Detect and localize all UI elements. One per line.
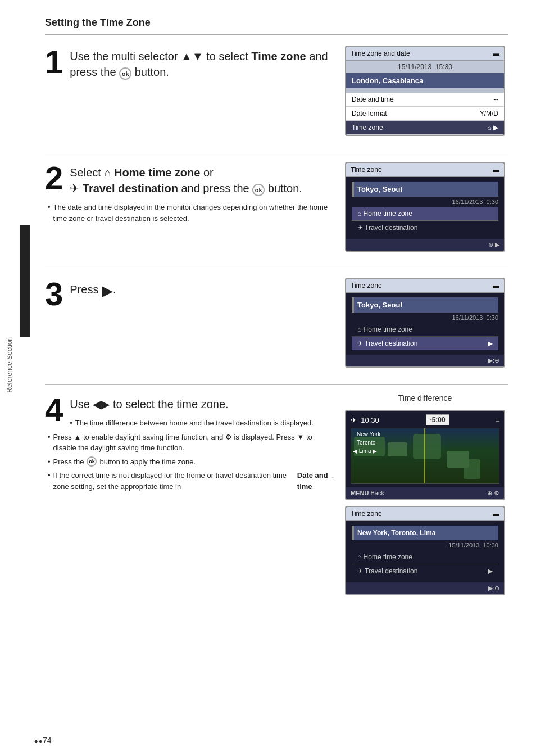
tdiff-right-icon: ≡ (496, 417, 499, 423)
step-1-screen-title: Time zone and date (351, 49, 410, 57)
step-2-city: Tokyo, Seoul (352, 182, 498, 197)
step-3-travel: ✈ Travel destination ▶ (352, 337, 498, 350)
step-1-row-dateformat: Date format Y/M/D (346, 107, 504, 121)
step-3-home: ⌂ Home time zone (352, 323, 498, 337)
side-bar (20, 225, 30, 337)
footer-icon: ⬥⬥ (34, 736, 43, 745)
tdiff-box: -5:00 (426, 414, 449, 425)
step-4-city: New York, Toronto, Lima (352, 526, 498, 540)
step-3-footer: ▶:⊕ (346, 355, 504, 366)
step-2-left: 2 Select ⌂ Home time zone or✈ Travel des… (45, 162, 334, 227)
tdiff-body: ✈ 10:30 -5:00 ≡ (346, 411, 504, 487)
continent-2 (388, 442, 407, 456)
step-2: 2 Select ⌂ Home time zone or✈ Travel des… (45, 162, 508, 252)
sel-bar-3 (352, 297, 354, 313)
step-3-number: 3 (45, 278, 63, 310)
sel-bar-2 (352, 182, 354, 197)
step-1-screen-icon: ▬ (493, 49, 499, 57)
time-diff-screen: ✈ 10:30 -5:00 ≡ (345, 410, 505, 500)
side-label: Reference Section (6, 337, 13, 393)
step-1-left: 1 Use the multi selector ▲▼ to select Ti… (45, 46, 334, 80)
tdiff-city-ny: New York (357, 431, 380, 437)
step-3-text: Press ▶. (70, 278, 334, 301)
step-3-date: 16/11/2013 0:30 (352, 313, 498, 323)
time-diff-label: Time difference (345, 393, 505, 402)
separator-2 (45, 269, 508, 269)
step-2-screen: Time zone ▬ Tokyo, Seoul 16/11/2013 0:30… (345, 162, 505, 252)
step-2-right: Time zone ▬ Tokyo, Seoul 16/11/2013 0:30… (345, 162, 508, 252)
step-4-footer: ▶:⊕ (346, 582, 504, 594)
step-3-city: Tokyo, Seoul (352, 297, 498, 313)
step-4-travel: ✈ Travel destination ▶ (352, 564, 498, 578)
step-1-row-timezone: Time zone ⌂ ▶ (346, 121, 504, 135)
step-2-date: 16/11/2013 0:30 (352, 197, 498, 207)
step-2-screen-header: Time zone ▬ (346, 163, 504, 177)
step-4-bullet-1: The time difference between home and the… (70, 418, 334, 429)
step-2-number: 2 (45, 162, 63, 194)
step-1-screen: Time zone and date ▬ 15/11/2013 15:30 Lo… (345, 46, 505, 136)
step-2-bullet-1: The date and time displayed in the monit… (48, 202, 334, 224)
page-footer: ⬥⬥74 (34, 736, 52, 745)
step-4-number: 4 (45, 393, 63, 426)
step-4-bullet-3: Press the ok button to apply the time zo… (48, 456, 334, 468)
step-1-screen-city: London, Casablanca (346, 73, 504, 88)
step-1-screen-date: 15/11/2013 15:30 (346, 61, 504, 73)
step-2-text: Select ⌂ Home time zone or✈ Travel desti… (70, 162, 334, 196)
step-1-screen-header: Time zone and date ▬ (346, 47, 504, 61)
step-1-spacer (346, 88, 504, 93)
tdiff-top-row: ✈ 10:30 -5:00 ≡ (351, 414, 499, 425)
step-4-right: Time difference ✈ 10:30 -5:00 ≡ (345, 393, 508, 595)
step-4-screen2-title: Time zone (351, 510, 382, 518)
tdiff-plane-value: ✈ 10:30 (351, 416, 379, 424)
step-3-left: 3 Press ▶. (45, 278, 334, 310)
step-3-screen-icon: ▬ (493, 282, 499, 289)
step-3-right: Time zone ▬ Tokyo, Seoul 16/11/2013 0:30… (345, 278, 508, 368)
step-4-bullet-2: Press ▲ to enable daylight saving time f… (48, 432, 334, 454)
step-4: 4 Use ◀▶ to select the time zone. The ti… (45, 393, 508, 595)
step-2-home: ⌂ Home time zone (352, 207, 498, 221)
sel-bar-4 (352, 526, 354, 540)
step-3-screen-title: Time zone (351, 282, 382, 289)
step-1-right: Time zone and date ▬ 15/11/2013 15:30 Lo… (345, 46, 508, 136)
step-1: 1 Use the multi selector ▲▼ to select Ti… (45, 46, 508, 136)
step-4-screen2-header: Time zone ▬ (346, 507, 504, 521)
separator-3 (45, 384, 508, 385)
continent-5 (464, 459, 480, 479)
step-1-text: Use the multi selector ▲▼ to select Time… (70, 46, 334, 80)
step-4-date: 15/11/2013 10:30 (352, 540, 498, 550)
page: Reference Section Setting the Time Zone … (0, 0, 536, 756)
step-4-left: 4 Use ◀▶ to select the time zone. The ti… (45, 393, 334, 495)
step-1-number: 1 (45, 46, 63, 78)
step-3-screen: Time zone ▬ Tokyo, Seoul 16/11/2013 0:30… (345, 278, 505, 368)
tdiff-city-lima: ◀ Lima ▶ (353, 448, 377, 454)
tdiff-map: New York Toronto ◀ Lima ▶ (351, 428, 499, 484)
step-4-bullet-4: If the correct time is not displayed for… (48, 470, 334, 492)
step-1-row-datetime: Date and time -- (346, 93, 504, 107)
tdiff-footer: MENU Back ⊕:⚙ (346, 487, 504, 499)
step-3-screen-header: Time zone ▬ (346, 279, 504, 293)
step-4-home: ⌂ Home time zone (352, 550, 498, 564)
step-4-bullets: The time difference between home and the… (45, 418, 334, 492)
tdiff-city-tor: Toronto (357, 440, 375, 446)
tdiff-footer-right: ⊕:⚙ (487, 490, 499, 497)
step-4-screen2: Time zone ▬ New York, Toronto, Lima 15/1… (345, 506, 505, 595)
step-4-text: Use ◀▶ to select the time zone. (70, 393, 334, 412)
separator-1 (45, 153, 508, 153)
continent-3 (413, 434, 441, 459)
step-2-screen-icon: ▬ (493, 166, 499, 174)
timezone-line (424, 428, 425, 483)
step-2-screen-title: Time zone (351, 166, 382, 174)
step-2-travel: ✈ Travel destination (352, 221, 498, 234)
step-3: 3 Press ▶. Time zone ▬ Tokyo, Seoul 16/1… (45, 278, 508, 368)
step-4-screen2-icon: ▬ (493, 510, 499, 518)
tdiff-footer-left: MENU Back (351, 490, 384, 497)
step-2-footer: ⊛:▶ (346, 239, 504, 251)
page-title: Setting the Time Zone (45, 17, 508, 35)
step-2-bullets: The date and time displayed in the monit… (45, 202, 334, 224)
footer-page-number: 74 (43, 736, 52, 745)
